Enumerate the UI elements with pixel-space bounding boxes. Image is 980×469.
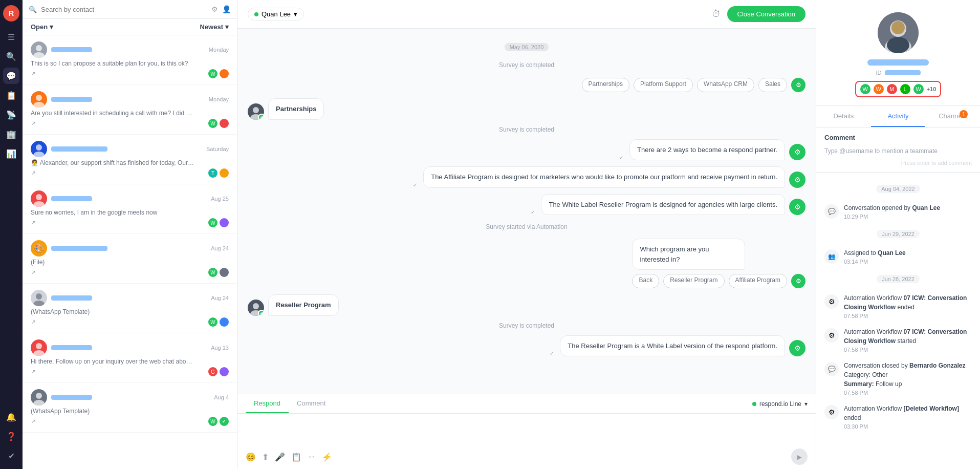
timer-icon[interactable]: ⏱: [712, 9, 721, 19]
conversation-item[interactable]: 🎨 Aug 24 (File) ↗ W: [23, 234, 237, 284]
comment-area: Comment Type @username to mention a team…: [816, 127, 980, 173]
svg-point-16: [253, 303, 259, 309]
status-bar: Open ▾ Newest ▾: [23, 19, 237, 35]
chat-messages-area: May 06, 2020 Survey is completed Partner…: [237, 29, 816, 394]
chip-reseller-program[interactable]: Reseller Program: [663, 274, 724, 288]
activity-time: 10:29 PM: [844, 214, 972, 220]
arrow-icon: ↗: [31, 368, 36, 375]
contact-name-placeholder: [51, 146, 107, 152]
sender-avatar-2: ✔: [248, 300, 264, 316]
chip-back[interactable]: Back: [632, 274, 659, 288]
survey-chips-row: Partnerships Platform Support WhatsApp C…: [248, 75, 805, 92]
panel-tabs: Details Activity Channels 1: [816, 106, 980, 127]
channel-icon-wechat[interactable]: W: [874, 84, 884, 94]
emoji-icon[interactable]: 😊: [246, 452, 256, 462]
bot-avatar-6: ⚙: [789, 340, 805, 356]
status-open-button[interactable]: Open ▾: [31, 23, 53, 31]
conv-channel-icons: W: [208, 268, 229, 277]
conversation-item[interactable]: Aug 13 Hi there, Follow up on your inqui…: [23, 333, 237, 383]
sort-button[interactable]: Newest ▾: [200, 23, 229, 31]
outgoing-message-2: The Affiliate Program is designed for ma…: [423, 166, 785, 188]
chat-header: Quan Lee ▾ ⏱ Close Conversation: [237, 0, 816, 29]
profile-id-label: ID: [876, 70, 882, 76]
chip-whatsapp-crm[interactable]: WhatsApp CRM: [697, 78, 754, 92]
survey-chips: Partnerships Platform Support WhatsApp C…: [582, 75, 805, 92]
nav-icon-sidebar[interactable]: ☰: [3, 29, 19, 45]
send-button[interactable]: ▶: [791, 449, 808, 465]
outgoing-message-row-2: ✓ The Affiliate Program is designed for …: [248, 166, 805, 188]
search-input[interactable]: [41, 6, 207, 13]
status-label: Open: [31, 23, 48, 31]
whatsapp-icon: W: [208, 119, 217, 128]
channel-dot: [752, 402, 756, 406]
chevron-down-icon: ▾: [50, 23, 53, 31]
add-contact-icon[interactable]: 👤: [222, 5, 231, 13]
bot-avatar-5: ⚙: [791, 274, 805, 288]
nav-icon-search[interactable]: 🔍: [3, 48, 19, 65]
nav-icon-status[interactable]: ✔: [3, 447, 19, 464]
tab-respond[interactable]: Respond: [246, 394, 289, 413]
compose-toolbar: 😊 ⬆ 🎤 📋 ↔ ⚡ ▶: [237, 444, 816, 469]
conversation-item[interactable]: Saturday 🧑‍💼 Alexander, our support shif…: [23, 135, 237, 184]
incoming-message: Partnerships: [268, 98, 324, 120]
compose-input[interactable]: [237, 414, 816, 444]
tab-comment[interactable]: Comment: [289, 394, 334, 413]
close-conversation-button[interactable]: Close Conversation: [727, 6, 805, 22]
chip-sales[interactable]: Sales: [758, 78, 787, 92]
agent-avatar-mini: [220, 218, 229, 227]
bot-avatar-3: ⚙: [789, 172, 805, 188]
survey-question-row: Which program are you interested in? Bac…: [248, 239, 805, 288]
arrow-icon: ↗: [31, 70, 36, 77]
activity-icon-assign: 👥: [824, 249, 839, 264]
comment-input[interactable]: Type @username to mention a teammate: [824, 144, 972, 158]
activity-item: 💬 Conversation opened by Quan Lee 10:29 …: [824, 199, 972, 224]
nav-icon-help[interactable]: ❓: [3, 428, 19, 444]
nav-icon-chat[interactable]: 💬: [3, 68, 19, 84]
read-checkmark: ✓: [619, 155, 623, 160]
conv-time: Saturday: [206, 146, 229, 152]
link-icon[interactable]: ↔: [308, 452, 316, 461]
conversation-list-panel: 🔍 ⚙ 👤 Open ▾ Newest ▾ Monday: [23, 0, 237, 469]
conv-preview: This is so I can propose a suitable plan…: [31, 60, 194, 67]
filter-icon[interactable]: ⚙: [211, 5, 218, 13]
audio-icon[interactable]: 🎤: [275, 452, 285, 462]
search-icon: 🔍: [29, 6, 37, 13]
chip-platform-support[interactable]: Platform Support: [634, 78, 693, 92]
tab-activity[interactable]: Activity: [871, 106, 926, 127]
contact-selector[interactable]: Quan Lee ▾: [248, 8, 304, 20]
attach-icon[interactable]: ⬆: [262, 452, 269, 462]
conversation-item[interactable]: Aug 4 (WhatsApp Template) ↗ W ✔: [23, 383, 237, 433]
chip-partnerships[interactable]: Partnerships: [582, 78, 629, 92]
avatar: 🎨: [31, 240, 47, 257]
comment-hint: Press enter to add comment: [824, 160, 972, 166]
nav-icon-notifications[interactable]: 🔔: [3, 409, 19, 425]
svg-point-6: [36, 194, 42, 200]
survey-status-row: Survey is completed: [248, 61, 805, 69]
chip-affiliate-program[interactable]: Affiliate Program: [729, 274, 787, 288]
channel-icon-gmail[interactable]: M: [887, 84, 897, 94]
channel-icon-whatsapp[interactable]: W: [860, 84, 870, 94]
automation-icon[interactable]: ⚡: [322, 452, 332, 462]
channel-icon-wa2[interactable]: W: [913, 84, 924, 94]
nav-icon-workspace[interactable]: 🏢: [3, 126, 19, 142]
template-icon[interactable]: 📋: [291, 452, 301, 462]
conversation-item[interactable]: Monday This is so I can propose a suitab…: [23, 35, 237, 85]
nav-icon-reports[interactable]: 📊: [3, 145, 19, 162]
conversation-item[interactable]: Monday Are you still interested in sched…: [23, 85, 237, 135]
user-avatar[interactable]: R: [3, 5, 19, 22]
nav-icon-broadcast[interactable]: 📡: [3, 106, 19, 123]
channel-selector[interactable]: respond.io Line ▾: [752, 394, 808, 413]
channel-label: respond.io Line: [759, 400, 801, 408]
profile-id-row: ID: [876, 70, 921, 76]
conv-preview: 🧑‍💼 Alexander, our support shift has fin…: [31, 159, 194, 166]
whatsapp-icon: W: [208, 218, 217, 227]
profile-name-bar: [867, 59, 929, 66]
nav-icon-contacts[interactable]: 📋: [3, 87, 19, 103]
conv-channel-icons: W: [208, 69, 229, 78]
channel-icon-line[interactable]: L: [900, 84, 910, 94]
conversation-item[interactable]: Aug 24 (WhatsApp Template) ↗ W: [23, 284, 237, 333]
tab-details[interactable]: Details: [816, 106, 871, 127]
conversation-item[interactable]: Aug 25 Sure no worries, I am in the goog…: [23, 184, 237, 234]
outgoing-message-1: There are 2 ways to become a respond par…: [629, 139, 785, 161]
tab-channels[interactable]: Channels 1: [925, 106, 980, 127]
